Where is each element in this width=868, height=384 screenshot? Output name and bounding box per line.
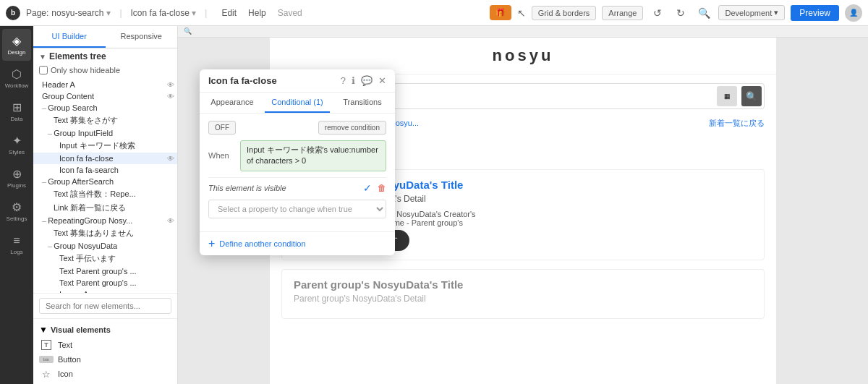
ve-item-text-label: Text (58, 341, 72, 349)
settings-icon: ⚙ (12, 200, 22, 214)
visual-elements-header[interactable]: ▼ Visual elements (39, 322, 171, 338)
element-selector[interactable]: Icon fa fa-close ▾ (131, 8, 197, 18)
canvas-card-2: Parent group's NosyuData's Title Parent … (281, 269, 765, 319)
edit-action[interactable]: Edit (221, 8, 237, 18)
tree-item-icon-fa-search[interactable]: Icon fa fa-search (33, 164, 177, 176)
sidebar-item-logs[interactable]: ≡ Logs (2, 229, 31, 260)
tree-item-group-aftersearch[interactable]: – Group AfterSearch (33, 176, 177, 187)
modal-chat-icon[interactable]: 💬 (361, 75, 373, 86)
modal-visible-delete[interactable]: 🗑 (378, 183, 386, 193)
modal-visible-label: This element is visible (208, 184, 357, 192)
card2-detail: Parent group's NosyuData's Detail (294, 294, 752, 304)
sidebar-item-label-data: Data (11, 116, 23, 122)
modal-visible-check[interactable]: ✓ (363, 182, 372, 194)
modal-close-icon[interactable]: ✕ (378, 75, 386, 86)
canvas-new-list-link[interactable]: 新着一覧に戻る (709, 118, 765, 129)
ve-item-button[interactable]: btn Button (39, 352, 171, 367)
only-show-hideable-label: Only show hideable (51, 66, 120, 74)
ruler-label-start: 🔍 (184, 27, 192, 35)
modal-add-condition-button[interactable]: + Define another condition (200, 231, 395, 255)
tree-item-text-parent2[interactable]: Text Parent group's ... (33, 277, 177, 289)
element-dropdown-arrow[interactable]: ▾ (192, 8, 196, 18)
tree-item-icon-fa-close[interactable]: Icon fa fa-close 👁 (33, 153, 177, 164)
qr-icon: ▦ (717, 86, 737, 106)
sidebar-item-settings[interactable]: ⚙ Settings (2, 195, 31, 227)
tree-collapse-toggle[interactable]: ▼ (39, 53, 46, 61)
tree-item-group-search[interactable]: – Group Search (33, 102, 177, 114)
modal-tab-appearance[interactable]: Appearance (200, 93, 265, 113)
grid-borders-button[interactable]: Grid & borders (532, 6, 597, 20)
tree-item-text-boshunaし[interactable]: Text 募集はありません (33, 226, 177, 240)
tab-ui-builder[interactable]: UI Builder (33, 26, 106, 48)
sep2: | (205, 8, 207, 18)
element-name: Icon fa fa-close (131, 8, 190, 18)
modal-remove-condition-button[interactable]: remove condition (318, 121, 386, 135)
tree-item-header-a[interactable]: Header A 👁 (33, 79, 177, 90)
search-new-elements-input[interactable] (39, 298, 171, 314)
elements-tree: Header A 👁 Group Content 👁 – Group Searc… (33, 76, 177, 293)
card2-title: Parent group's NosyuData's Title (294, 278, 752, 291)
page-dropdown-arrow[interactable]: ▾ (106, 8, 111, 18)
tree-item-text-parent1[interactable]: Text Parent group's ... (33, 265, 177, 277)
sidebar-item-data[interactable]: ⊞ Data (2, 95, 31, 127)
tree-item-text-tetsudai[interactable]: Text 手伝います (33, 252, 177, 265)
canvas-search-button[interactable]: 🔍 (741, 86, 762, 106)
sidebar-item-label-plugins: Plugins (7, 182, 26, 189)
modal-tab-conditional[interactable]: Conditional (1) (265, 93, 330, 113)
help-action[interactable]: Help (248, 8, 266, 18)
modal-property-select[interactable]: Select a property to change when true (208, 200, 386, 218)
redo-icon[interactable]: ↻ (672, 4, 689, 22)
sidebar-item-plugins[interactable]: ⊕ Plugins (2, 162, 31, 194)
modal-dialog: Icon fa fa-close ? ℹ 💬 ✕ Appearance Cond… (200, 69, 395, 255)
eye-icon-fa-close: 👁 (167, 155, 174, 163)
preview-button[interactable]: Preview (791, 5, 839, 21)
user-avatar[interactable]: 👤 (845, 4, 862, 22)
sidebar-item-design[interactable]: ◈ Design (2, 29, 31, 61)
logo: b (6, 6, 20, 20)
tree-item-group-content[interactable]: Group Content 👁 (33, 90, 177, 102)
tab-responsive[interactable]: Responsive (106, 26, 178, 48)
tree-item-text-boshu[interactable]: Text 募集をさがす (33, 114, 177, 127)
modal-info-icon[interactable]: ℹ (352, 75, 355, 86)
topbar-icon-group: ↺ ↻ 🔍 (649, 4, 712, 22)
modal-when-value[interactable]: Input キーワード検索's value:number of characte… (240, 140, 386, 171)
only-show-hideable-checkbox[interactable] (39, 66, 48, 74)
undo-icon[interactable]: ↺ (649, 4, 666, 22)
arrange-button[interactable]: Arrange (602, 6, 643, 20)
modal-help-icon[interactable]: ? (341, 75, 346, 86)
sidebar-item-styles[interactable]: ✦ Styles (2, 129, 31, 161)
ve-item-icon[interactable]: ☆ Icon (39, 367, 171, 381)
modal-off-row: OFF remove condition (208, 121, 386, 135)
modal-body: OFF remove condition When Input キーワード検索'… (200, 114, 395, 231)
ve-collapse-icon: ▼ (39, 325, 48, 335)
button-element-icon: btn (39, 354, 54, 364)
tree-item-text-gaitou[interactable]: Text 該当件数：Repe... (33, 187, 177, 201)
modal-off-button[interactable]: OFF (208, 121, 236, 135)
elements-tree-header: ▼ Elements tree (33, 48, 177, 64)
modal-title: Icon fa fa-close (208, 75, 335, 86)
icon-sidebar: ◈ Design ⬡ Workflow ⊞ Data ✦ Styles ⊕ Pl… (0, 26, 33, 384)
page-selector[interactable]: Page: nosyu-search ▾ (26, 8, 111, 18)
modal-add-condition-label: Define another condition (219, 239, 305, 248)
tree-item-group-nosyudata[interactable]: – Group NosyuData (33, 240, 177, 252)
sep1: | (119, 8, 122, 18)
modal-tab-transitions[interactable]: Transitions (330, 93, 395, 113)
tree-item-link-shinchaku[interactable]: Link 新着一覧に戻る (33, 201, 177, 215)
sidebar-item-workflow[interactable]: ⬡ Workflow (2, 62, 31, 94)
ve-item-text[interactable]: T Text (39, 338, 171, 352)
tree-item-repeatinggroup[interactable]: – RepeatingGroup Nosy... 👁 (33, 215, 177, 226)
sidebar-item-label-settings: Settings (7, 216, 27, 222)
gift-icon[interactable]: 🎁 (490, 5, 511, 20)
data-icon: ⊞ (12, 101, 22, 114)
development-button[interactable]: Development▾ (718, 5, 785, 20)
search-icon[interactable]: 🔍 (695, 4, 712, 22)
only-show-hideable-option[interactable]: Only show hideable (33, 64, 177, 76)
pointer-icon: ↖ (517, 7, 526, 19)
tree-item-input-keyword[interactable]: Input キーワード検索 (33, 139, 177, 153)
topbar-actions: Edit Help (221, 8, 265, 18)
modal-visible-row: This element is visible ✓ 🗑 (208, 182, 386, 194)
topbar-right: 🎁 ↖ Grid & borders Arrange ↺ ↻ 🔍 Develop… (490, 4, 862, 22)
tree-item-group-inputfield[interactable]: – Group InputField (33, 127, 177, 139)
ve-item-button-label: Button (58, 355, 81, 364)
ve-item-icon-label: Icon (58, 370, 73, 378)
